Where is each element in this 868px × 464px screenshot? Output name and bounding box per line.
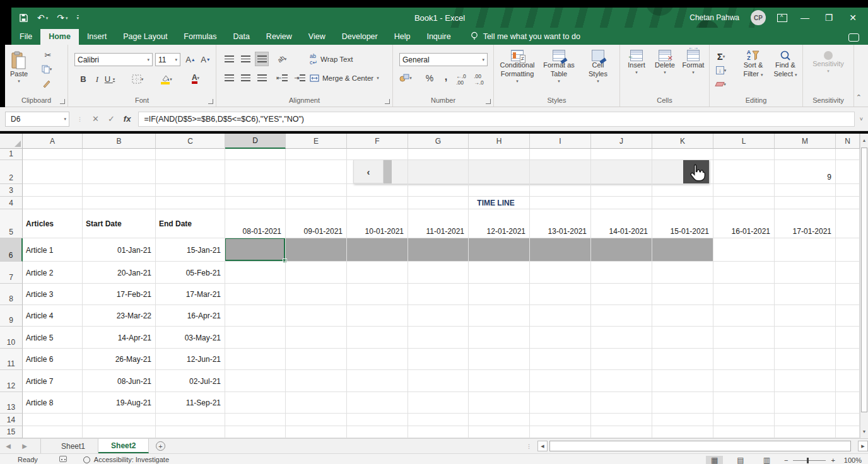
active-cell-D6[interactable] bbox=[225, 238, 285, 261]
number-format-select[interactable]: General▾ bbox=[399, 53, 488, 66]
alignment-dialog-launcher[interactable] bbox=[385, 99, 390, 104]
ribbon-tab-file[interactable]: File bbox=[11, 29, 40, 45]
column-header-B[interactable]: B bbox=[83, 134, 156, 149]
minimize-button[interactable]: — bbox=[799, 13, 811, 23]
increase-decimal-icon[interactable]: ←.0.00 bbox=[455, 72, 467, 86]
align-bottom-icon[interactable] bbox=[255, 52, 268, 66]
ribbon-tab-review[interactable]: Review bbox=[258, 29, 300, 45]
vertical-scroll-thumb[interactable] bbox=[861, 148, 867, 412]
font-size-select[interactable]: 11▾ bbox=[155, 53, 180, 66]
italic-button[interactable]: I bbox=[91, 72, 103, 86]
timeline-date-J5[interactable]: 14-01-2021 bbox=[591, 209, 652, 238]
form-scrollbar-left-arrow[interactable]: ‹ bbox=[353, 160, 384, 183]
column-header-K[interactable]: K bbox=[652, 134, 713, 149]
align-center-icon[interactable] bbox=[239, 71, 252, 84]
sort-filter-button[interactable]: AZ Sort &Filter ▾ bbox=[737, 46, 769, 79]
column-header-M[interactable]: M bbox=[775, 134, 836, 149]
ribbon-tab-insert[interactable]: Insert bbox=[79, 29, 115, 45]
horizontal-scrollbar[interactable]: ◀ ▶ bbox=[537, 439, 868, 453]
zoom-slider[interactable] bbox=[793, 460, 826, 461]
increase-font-icon[interactable]: A▲ bbox=[184, 53, 197, 66]
avatar[interactable]: CP bbox=[751, 10, 766, 25]
row-header-12[interactable]: 12 bbox=[0, 370, 23, 392]
account-name[interactable]: Chetan Pahwa bbox=[689, 13, 739, 22]
column-header-H[interactable]: H bbox=[469, 134, 530, 149]
delete-cells-button[interactable]: Delete▾ bbox=[652, 46, 678, 76]
start-date-B7[interactable]: 20-Jan-21 bbox=[83, 262, 156, 284]
row-header-1[interactable]: 1 bbox=[0, 149, 23, 160]
format-as-table-button[interactable]: Format asTable▾ bbox=[539, 46, 578, 84]
close-button[interactable]: ✕ bbox=[847, 13, 859, 23]
row-header-8[interactable]: 8 bbox=[0, 284, 23, 305]
scroll-down-icon[interactable]: ▼ bbox=[860, 426, 868, 437]
timeline-date-K5[interactable]: 15-01-2021 bbox=[652, 209, 713, 238]
find-select-button[interactable]: Find &Select ▾ bbox=[770, 46, 801, 79]
orientation-icon[interactable]: ab▾ bbox=[276, 52, 288, 66]
cell-styles-button[interactable]: CellStyles▾ bbox=[580, 46, 616, 84]
timeline-date-G5[interactable]: 11-01-2021 bbox=[408, 209, 469, 238]
sheet-nav-left-icon[interactable]: ◀ bbox=[0, 439, 16, 453]
column-header-C[interactable]: C bbox=[156, 134, 225, 149]
formula-input[interactable]: =IF(AND(D$5>=$B6,D$5<=$C6),"YES","NO") bbox=[138, 112, 854, 127]
header-end-date[interactable]: End Date bbox=[156, 209, 225, 238]
bold-button[interactable]: B bbox=[77, 72, 90, 86]
timeline-date-L5[interactable]: 16-01-2021 bbox=[713, 209, 775, 238]
decrease-indent-icon[interactable]: ⇤ bbox=[276, 71, 288, 84]
sheet-tab-sheet1[interactable]: Sheet1 bbox=[49, 439, 98, 453]
autosum-icon[interactable]: Σ▾ bbox=[715, 50, 727, 63]
increase-indent-icon[interactable]: ⇥ bbox=[293, 71, 306, 84]
align-right-icon[interactable] bbox=[255, 71, 268, 84]
accounting-format-icon[interactable]: ▾ bbox=[399, 71, 412, 84]
clear-icon[interactable]: ▾ bbox=[715, 78, 727, 91]
column-header-N[interactable]: N bbox=[836, 134, 860, 149]
start-date-B12[interactable]: 08-Jun-21 bbox=[83, 370, 156, 392]
font-dialog-launcher[interactable] bbox=[208, 99, 213, 104]
insert-function-icon[interactable]: fx bbox=[124, 114, 131, 124]
article-name-A6[interactable]: Article 1 bbox=[23, 238, 83, 262]
timeline-date-D5[interactable]: 08-01-2021 bbox=[225, 209, 286, 238]
borders-icon[interactable]: ▾ bbox=[131, 72, 144, 86]
select-all-corner[interactable] bbox=[0, 134, 23, 149]
number-dialog-launcher[interactable] bbox=[486, 99, 491, 104]
horizontal-scroll-thumb[interactable] bbox=[549, 441, 851, 451]
name-box[interactable]: D6▾ bbox=[5, 112, 69, 127]
row-header-7[interactable]: 7 bbox=[0, 262, 23, 284]
decrease-decimal-icon[interactable]: .00→.0 bbox=[472, 72, 485, 86]
timeline-date-M5[interactable]: 17-01-2021 bbox=[775, 209, 836, 238]
end-date-C10[interactable]: 03-May-21 bbox=[156, 327, 225, 349]
fill-icon[interactable]: ↓▾ bbox=[715, 64, 727, 77]
scroll-up-icon[interactable]: ▲ bbox=[860, 135, 868, 146]
row-header-11[interactable]: 11 bbox=[0, 349, 23, 370]
comma-style-icon[interactable]: , bbox=[440, 70, 452, 83]
column-header-L[interactable]: L bbox=[713, 134, 775, 149]
macro-record-icon[interactable] bbox=[59, 456, 67, 462]
new-sheet-button[interactable]: + bbox=[149, 439, 172, 453]
row-header-9[interactable]: 9 bbox=[0, 305, 23, 327]
page-break-view-icon[interactable]: ▥ bbox=[758, 456, 775, 464]
start-date-B8[interactable]: 17-Feb-21 bbox=[83, 284, 156, 305]
row-header-4[interactable]: 4 bbox=[0, 197, 23, 209]
wrap-text-button[interactable]: abc↵Wrap Text bbox=[310, 52, 353, 66]
align-top-icon[interactable] bbox=[223, 52, 235, 66]
column-header-E[interactable]: E bbox=[286, 134, 347, 149]
column-header-J[interactable]: J bbox=[591, 134, 652, 149]
zoom-slider-knob[interactable] bbox=[807, 458, 809, 463]
format-cells-button[interactable]: ←→ Format▾ bbox=[679, 46, 707, 76]
ribbon-tab-view[interactable]: View bbox=[300, 29, 334, 45]
timeline-title[interactable]: TIME LINE bbox=[156, 197, 836, 209]
insert-cells-button[interactable]: ← Insert▾ bbox=[624, 46, 649, 76]
start-date-B10[interactable]: 14-Apr-21 bbox=[83, 327, 156, 349]
comment-icon[interactable] bbox=[848, 33, 859, 42]
header-start-date[interactable]: Start Date bbox=[83, 209, 156, 238]
column-header-I[interactable]: I bbox=[530, 134, 591, 149]
format-painter-icon[interactable] bbox=[40, 76, 53, 90]
copy-icon[interactable]: ▾ bbox=[40, 62, 53, 76]
column-header-D[interactable]: D bbox=[225, 134, 286, 149]
sheet-nav-right-icon[interactable]: ▶ bbox=[16, 439, 33, 453]
undo-icon[interactable]: ↶▾ bbox=[37, 13, 48, 22]
timeline-date-H5[interactable]: 12-01-2021 bbox=[469, 209, 530, 238]
align-left-icon[interactable] bbox=[223, 71, 235, 84]
font-name-select[interactable]: Calibri▾ bbox=[74, 53, 153, 66]
expand-formula-bar-icon[interactable]: ˅ bbox=[855, 116, 868, 122]
row-header-5[interactable]: 5 bbox=[0, 209, 23, 238]
